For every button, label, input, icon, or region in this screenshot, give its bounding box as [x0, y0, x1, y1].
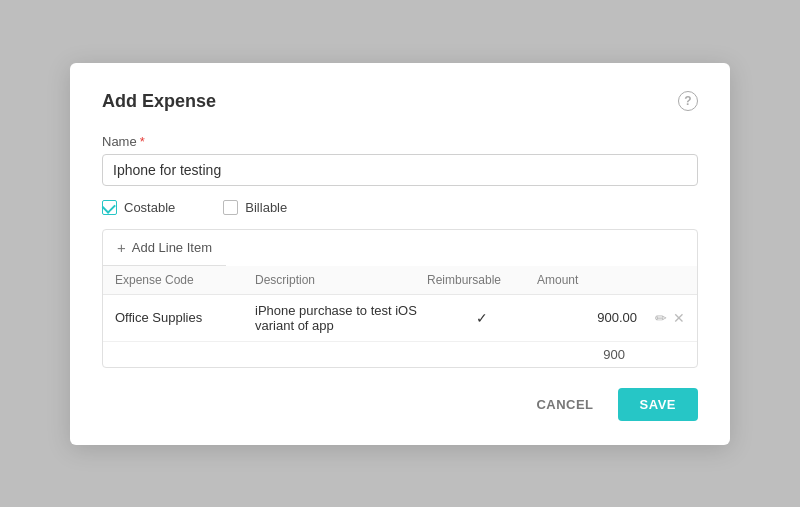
- col-amount: Amount: [537, 273, 637, 287]
- subtotal-row: 900: [103, 342, 697, 367]
- add-line-item-button[interactable]: + Add Line Item: [103, 230, 226, 266]
- costable-checkbox-label[interactable]: Costable: [102, 200, 175, 215]
- cell-reimbursable: ✓: [427, 310, 537, 326]
- name-label: Name *: [102, 134, 698, 149]
- reimbursable-checkmark: ✓: [476, 310, 488, 326]
- col-reimbursable: Reimbursable: [427, 273, 537, 287]
- col-expense-code: Expense Code: [115, 273, 255, 287]
- col-actions: [637, 273, 685, 287]
- table-row: Office Supplies iPhone purchase to test …: [103, 295, 697, 342]
- modal-header: Add Expense ?: [102, 91, 698, 112]
- save-button[interactable]: SAVE: [618, 388, 698, 421]
- modal-title: Add Expense: [102, 91, 216, 112]
- name-input[interactable]: [102, 154, 698, 186]
- billable-checkbox-label[interactable]: Billable: [223, 200, 287, 215]
- name-field-section: Name *: [102, 134, 698, 186]
- required-star: *: [140, 134, 145, 149]
- cancel-button[interactable]: CANCEL: [526, 389, 603, 420]
- cell-actions: ✏ ✕: [637, 310, 685, 326]
- modal-footer: CANCEL SAVE: [102, 388, 698, 421]
- billable-checkbox[interactable]: [223, 200, 238, 215]
- plus-icon: +: [117, 239, 126, 256]
- checkboxes-row: Costable Billable: [102, 200, 698, 215]
- cell-description: iPhone purchase to test iOS variant of a…: [255, 303, 427, 333]
- help-icon[interactable]: ?: [678, 91, 698, 111]
- add-expense-modal: Add Expense ? Name * Costable Billable: [70, 63, 730, 445]
- table-header: Expense Code Description Reimbursable Am…: [103, 266, 697, 295]
- line-items-table: Expense Code Description Reimbursable Am…: [103, 266, 697, 367]
- cell-expense-code: Office Supplies: [115, 310, 255, 325]
- col-description: Description: [255, 273, 427, 287]
- edit-icon[interactable]: ✏: [655, 310, 667, 326]
- delete-icon[interactable]: ✕: [673, 310, 685, 326]
- line-items-section: + Add Line Item Expense Code Description…: [102, 229, 698, 368]
- row-action-icons: ✏ ✕: [637, 310, 685, 326]
- costable-checkbox[interactable]: [102, 200, 117, 215]
- modal-overlay: Add Expense ? Name * Costable Billable: [0, 0, 800, 507]
- subtotal-value: 900: [557, 347, 637, 362]
- cell-amount: 900.00: [537, 310, 637, 325]
